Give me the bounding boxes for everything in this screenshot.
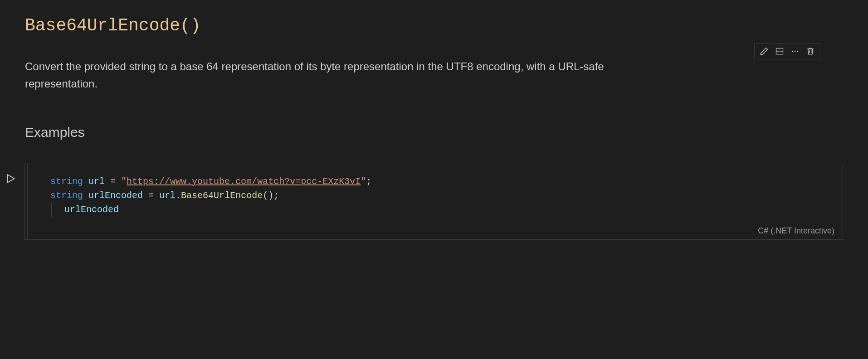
- code-token: .: [176, 190, 181, 201]
- code-token: urlEncoded: [88, 190, 143, 201]
- code-cell-container: string url = "https://www.youtube.com/wa…: [5, 163, 843, 240]
- more-icon[interactable]: [790, 46, 800, 56]
- code-content[interactable]: string url = "https://www.youtube.com/wa…: [50, 175, 820, 217]
- svg-point-2: [792, 51, 793, 52]
- code-cell[interactable]: string url = "https://www.youtube.com/wa…: [24, 163, 843, 240]
- code-token: https://www.youtube.com/watch?v=pcc-EXzK…: [127, 176, 361, 187]
- code-token: =: [143, 190, 159, 201]
- code-token: [83, 190, 88, 201]
- code-token: ": [121, 176, 127, 187]
- description-text: Convert the provided string to a base 64…: [25, 58, 660, 93]
- code-token: Base64UrlEncode: [181, 190, 263, 201]
- run-button[interactable]: [5, 173, 16, 186]
- code-token: ;: [366, 176, 371, 187]
- cell-toolbar: [754, 43, 820, 59]
- code-token: =: [105, 176, 121, 187]
- svg-marker-7: [8, 175, 15, 182]
- code-token: urlEncoded: [64, 204, 119, 215]
- code-token: ": [361, 176, 366, 187]
- svg-point-3: [795, 51, 796, 52]
- code-token: string: [50, 190, 83, 201]
- cell-language-label: C# (.NET Interactive): [758, 226, 834, 236]
- code-token: ();: [263, 190, 279, 201]
- code-token: [83, 176, 88, 187]
- edit-icon[interactable]: [759, 46, 769, 56]
- code-token: string: [50, 176, 83, 187]
- code-token: urlEncoded: [51, 203, 119, 217]
- svg-point-4: [797, 51, 799, 52]
- code-token: url: [159, 190, 176, 201]
- split-icon[interactable]: [775, 46, 785, 56]
- page-title: Base64UrlEncode(): [25, 16, 843, 35]
- code-token: url: [88, 176, 105, 187]
- examples-heading: Examples: [25, 125, 843, 140]
- delete-icon[interactable]: [805, 46, 815, 56]
